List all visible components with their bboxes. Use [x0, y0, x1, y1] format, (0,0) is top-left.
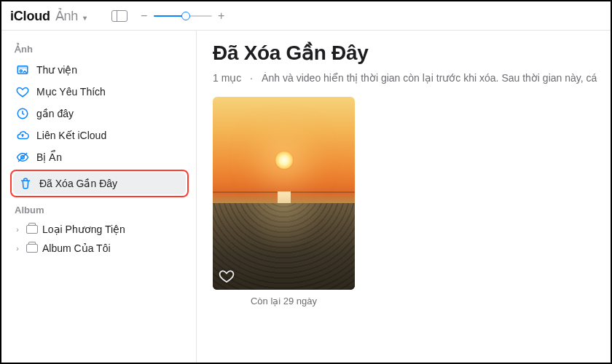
item-count: 1 mục [213, 72, 241, 84]
sidebar-item-icloud-link[interactable]: Liên Kết iCloud [10, 124, 189, 146]
sidebar-item-label: Thư viện [36, 64, 77, 76]
svg-rect-1 [17, 66, 28, 68]
sidebar-section-album: Album [10, 199, 189, 220]
zoom-control: − + [141, 9, 225, 23]
content: Đã Xóa Gần Đây 1 mục · Ảnh và video hiển… [197, 31, 611, 363]
library-icon [16, 63, 29, 76]
sidebar-item-media-types[interactable]: › Loại Phương Tiện [10, 220, 189, 239]
photo-caption: Còn lại 29 ngày [213, 296, 355, 306]
cloud-icon [16, 129, 29, 142]
sidebar-item-library[interactable]: Thư viện [10, 59, 189, 81]
sidebar-section-photos: Ảnh [10, 38, 189, 59]
sidebar-toggle-icon[interactable] [111, 10, 128, 22]
zoom-in-button[interactable]: + [218, 9, 225, 23]
subtitle-text: Ảnh và video hiển thị thời gian còn lại … [262, 72, 597, 84]
folder-icon [26, 225, 38, 234]
sidebar-item-my-albums[interactable]: › Album Của Tôi [10, 239, 189, 258]
sidebar-item-label: Liên Kết iCloud [36, 130, 106, 141]
sidebar-item-label: Đã Xóa Gần Đây [39, 178, 117, 189]
sidebar-item-label: Album Của Tôi [42, 242, 111, 254]
heart-icon [16, 85, 29, 98]
sidebar-item-label: Loại Phương Tiện [42, 223, 125, 235]
sidebar-item-label: Mục Yêu Thích [36, 86, 106, 98]
photo-thumbnail[interactable] [213, 97, 355, 290]
trash-icon [19, 177, 32, 190]
breadcrumb-root: iCloud [10, 9, 50, 23]
page-title: Đã Xóa Gần Đây [213, 41, 597, 65]
clock-icon [16, 107, 29, 120]
favorite-heart-icon[interactable] [219, 268, 235, 284]
toolbar: iCloud Ảnh ▾ − + [1, 1, 611, 31]
sidebar-item-label: Bị Ẩn [36, 151, 62, 163]
sidebar-item-recent[interactable]: gần đây [10, 103, 189, 124]
zoom-slider[interactable] [154, 11, 212, 21]
sidebar-item-label: gần đây [36, 108, 74, 119]
folder-icon [26, 244, 38, 253]
sidebar-item-recently-deleted[interactable]: Đã Xóa Gần Đây [13, 173, 186, 194]
separator-dot: · [250, 72, 253, 84]
svg-point-2 [20, 70, 22, 72]
chevron-down-icon: ▾ [83, 14, 87, 22]
zoom-out-button[interactable]: − [141, 9, 148, 23]
sidebar: Ảnh Thư viện Mục Yêu Thích gần đây [1, 31, 197, 363]
page-subtitle: 1 mục · Ảnh và video hiển thị thời gian … [213, 72, 597, 84]
sidebar-item-hidden[interactable]: Bị Ẩn [10, 146, 189, 168]
breadcrumb[interactable]: iCloud Ảnh ▾ [10, 8, 87, 24]
breadcrumb-section: Ảnh [55, 9, 78, 23]
photo-item[interactable]: Còn lại 29 ngày [213, 97, 355, 306]
zoom-slider-thumb[interactable] [181, 12, 190, 20]
sidebar-item-favorites[interactable]: Mục Yêu Thích [10, 81, 189, 103]
eye-off-icon [16, 151, 29, 164]
photo-grid: Còn lại 29 ngày [213, 97, 597, 306]
chevron-right-icon: › [13, 225, 22, 234]
chevron-right-icon: › [13, 244, 22, 253]
window: iCloud Ảnh ▾ − + Ảnh Thư viện [0, 0, 612, 364]
highlight-annotation: Đã Xóa Gần Đây [10, 170, 189, 197]
